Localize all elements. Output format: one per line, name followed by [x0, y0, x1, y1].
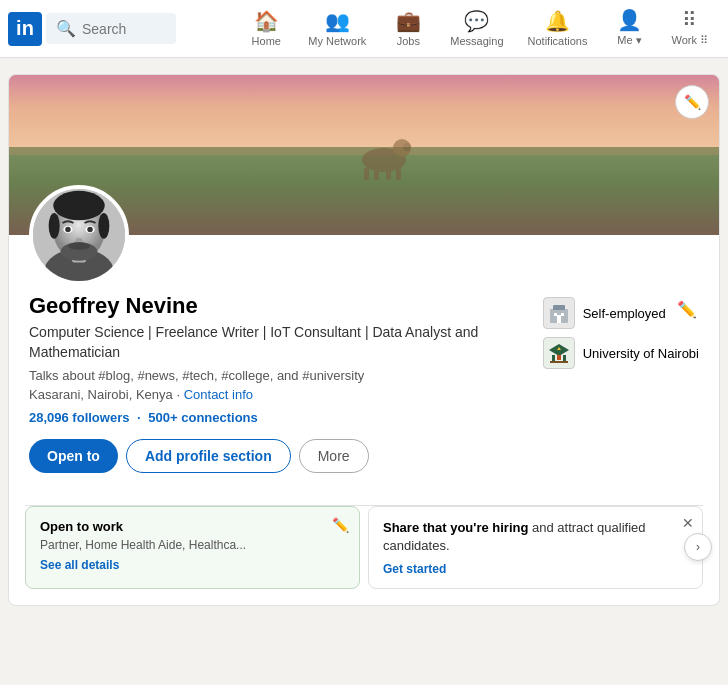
profile-card: ✏️: [8, 74, 720, 606]
open-to-work-card: ✏️ Open to work Partner, Home Health Aid…: [25, 506, 360, 588]
open-to-card-text: Partner, Home Health Aide, Healthca...: [40, 538, 345, 552]
self-employed-logo: [543, 297, 575, 329]
profile-headline: Computer Science | Freelance Writer | Io…: [29, 323, 523, 362]
building-icon: [547, 301, 571, 325]
followers-count: 28,096 followers: [29, 410, 129, 425]
search-input[interactable]: [82, 21, 152, 37]
nav-my-network-label: My Network: [308, 35, 366, 47]
linkedin-logo[interactable]: in: [8, 12, 42, 46]
svg-point-16: [65, 227, 71, 233]
svg-rect-23: [554, 313, 557, 316]
location-dot: ·: [176, 387, 183, 402]
lion-silhouette: [334, 130, 414, 180]
open-to-button[interactable]: Open to: [29, 439, 118, 473]
work-icon: ⠿: [682, 8, 697, 32]
nav-item-my-network[interactable]: 👥 My Network: [296, 0, 378, 58]
profile-main: Geoffrey Nevine Computer Science | Freel…: [29, 293, 699, 439]
nav-item-me[interactable]: 👤 Me ▾: [599, 0, 659, 58]
svg-point-11: [53, 191, 105, 220]
add-profile-section-button[interactable]: Add profile section: [126, 439, 291, 473]
location-text: Kasarani, Nairobi, Kenya: [29, 387, 173, 402]
open-to-card-title: Open to work: [40, 519, 345, 534]
profile-location: Kasarani, Nairobi, Kenya · Contact info: [29, 387, 523, 402]
svg-rect-24: [561, 313, 564, 316]
action-buttons: Open to Add profile section More: [29, 439, 699, 473]
profile-left: Geoffrey Nevine Computer Science | Freel…: [29, 293, 523, 439]
search-icon: 🔍: [56, 19, 76, 38]
profile-about: Talks about #blog, #news, #tech, #colleg…: [29, 368, 523, 383]
avatar-area: [9, 185, 719, 285]
nav-item-work[interactable]: ⠿ Work ⠿: [659, 0, 720, 58]
nav-notifications-label: Notifications: [528, 35, 588, 47]
hiring-card-title: Share that you're hiring and attract qua…: [383, 519, 688, 555]
nav-item-messaging[interactable]: 💬 Messaging: [438, 0, 515, 58]
avatar-image: [33, 185, 125, 285]
more-button[interactable]: More: [299, 439, 369, 473]
bottom-cards: ✏️ Open to work Partner, Home Health Aid…: [9, 506, 719, 604]
hiring-card-close-button[interactable]: ✕: [682, 515, 694, 531]
company-university[interactable]: University of Nairobi: [543, 337, 699, 369]
svg-rect-28: [563, 355, 566, 362]
svg-point-2: [403, 143, 411, 151]
followers-dot: ·: [137, 410, 144, 425]
svg-point-20: [68, 242, 90, 249]
svg-point-17: [87, 227, 93, 233]
nav-jobs-label: Jobs: [397, 35, 420, 47]
svg-point-13: [98, 213, 109, 239]
jobs-icon: 💼: [396, 9, 421, 33]
profile-edit-button[interactable]: ✏️: [671, 293, 703, 325]
me-icon: 👤: [617, 8, 642, 32]
profile-info: ✏️ Geoffrey Nevine Computer Science | Fr…: [9, 285, 719, 505]
hiring-card: ✕ Share that you're hiring and attract q…: [368, 506, 703, 588]
home-icon: 🏠: [254, 9, 279, 33]
university-logo: [543, 337, 575, 369]
svg-rect-5: [386, 168, 391, 180]
nav-item-notifications[interactable]: 🔔 Notifications: [516, 0, 600, 58]
nav-work-label: Work ⠿: [671, 34, 708, 47]
open-to-edit-icon[interactable]: ✏️: [332, 517, 349, 533]
nav-messaging-label: Messaging: [450, 35, 503, 47]
profile-name: Geoffrey Nevine: [29, 293, 523, 319]
hiring-card-arrow-button[interactable]: ›: [684, 533, 712, 561]
hiring-card-title-bold: Share that you're hiring: [383, 520, 528, 535]
nav-home-label: Home: [252, 35, 281, 47]
svg-rect-25: [557, 315, 561, 323]
svg-rect-6: [396, 168, 401, 180]
search-bar[interactable]: 🔍: [46, 13, 176, 44]
nav-items: 🏠 Home 👥 My Network 💼 Jobs 💬 Messaging 🔔…: [236, 0, 720, 58]
svg-rect-4: [374, 168, 379, 180]
university-name: University of Nairobi: [583, 346, 699, 361]
svg-rect-3: [364, 168, 369, 180]
connections-count: 500+ connections: [148, 410, 257, 425]
nav-item-home[interactable]: 🏠 Home: [236, 0, 296, 58]
svg-rect-30: [550, 361, 568, 363]
svg-point-12: [49, 213, 60, 239]
avatar: [29, 185, 129, 285]
svg-rect-29: [557, 355, 561, 360]
nav-me-label: Me ▾: [617, 34, 641, 47]
my-network-icon: 👥: [325, 9, 350, 33]
messaging-icon: 💬: [464, 9, 489, 33]
contact-info-link[interactable]: Contact info: [184, 387, 253, 402]
svg-rect-22: [553, 305, 565, 310]
notifications-icon: 🔔: [545, 9, 570, 33]
see-all-details-link[interactable]: See all details: [40, 558, 119, 572]
svg-rect-27: [552, 355, 555, 362]
cover-edit-button[interactable]: ✏️: [675, 85, 709, 119]
university-icon: [547, 341, 571, 365]
self-employed-name: Self-employed: [583, 306, 666, 321]
nav-item-jobs[interactable]: 💼 Jobs: [378, 0, 438, 58]
get-started-link[interactable]: Get started: [383, 562, 446, 576]
navbar: in 🔍 🏠 Home 👥 My Network 💼 Jobs 💬 Messag…: [0, 0, 728, 58]
followers-line: 28,096 followers · 500+ connections: [29, 410, 523, 425]
main-content: ✏️: [0, 58, 728, 630]
